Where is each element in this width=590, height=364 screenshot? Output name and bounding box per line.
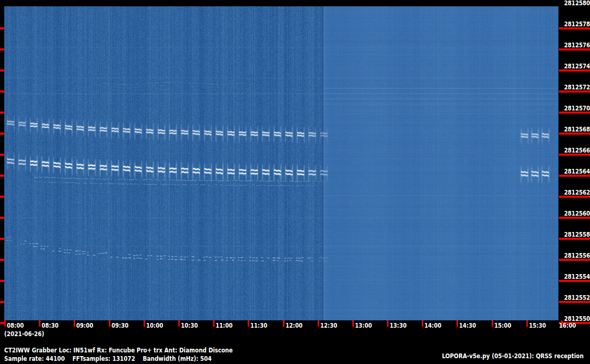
station-info-line: CT2IWW Grabber Loc: IN51wf Rx: Funcube P… <box>4 346 233 354</box>
freq-tick-mark <box>0 280 4 282</box>
time-tick-mark <box>318 320 319 327</box>
freq-tick-label: 28125580 <box>564 231 588 238</box>
time-tick-label: 12:00 <box>286 322 302 329</box>
freq-tick-bar <box>559 90 590 93</box>
time-tick-mark <box>213 320 215 327</box>
time-tick-mark <box>178 320 180 327</box>
freq-tick-bar <box>559 133 590 135</box>
time-tick-label: 11:30 <box>250 322 267 329</box>
freq-tick-bar <box>559 154 590 156</box>
freq-tick-mark <box>0 27 4 29</box>
software-info-line: LOPORA-v5e.py (05-01-2021): QRSS recepti… <box>442 352 584 360</box>
time-tick-mark <box>4 320 6 327</box>
time-tick-label: 12:30 <box>320 322 337 329</box>
freq-tick-label: 28125560 <box>564 252 588 259</box>
time-tick-mark <box>248 320 249 327</box>
qrss-grabber-screen: 2812580028125780281257602812574028125720… <box>0 0 590 364</box>
freq-tick-mark <box>0 133 4 135</box>
freq-tick-label: 28125740 <box>564 63 588 69</box>
freq-tick-label: 28125760 <box>564 42 588 48</box>
freq-tick-bar <box>559 48 590 50</box>
time-tick-label: 08:00 <box>7 322 24 329</box>
time-tick-mark <box>456 320 458 327</box>
freq-tick-bar <box>559 259 590 261</box>
freq-tick-mark <box>0 217 4 219</box>
freq-tick-mark <box>0 48 4 50</box>
time-tick-mark <box>526 320 528 327</box>
freq-tick-label: 28125700 <box>564 105 588 112</box>
date-label: (2021-06-26) <box>4 330 44 338</box>
freq-tick-mark <box>0 69 4 72</box>
freq-tick-bar <box>559 196 590 198</box>
freq-tick-mark <box>0 154 4 156</box>
freq-tick-bar <box>559 175 590 177</box>
freq-tick-mark <box>0 238 4 240</box>
freq-tick-label: 28125540 <box>564 273 588 280</box>
time-tick-mark <box>352 320 354 327</box>
freq-tick-label: 28125640 <box>564 168 588 175</box>
time-tick-mark <box>422 320 423 327</box>
receiver-settings-line: Sample rate: 44100 FFTsamples: 131072 Ba… <box>4 355 212 362</box>
freq-tick-label: 28125780 <box>564 21 588 27</box>
spectrogram-canvas <box>4 6 558 320</box>
freq-tick-bar <box>559 280 590 282</box>
freq-tick-label: 28125660 <box>564 147 588 154</box>
freq-tick-mark <box>0 259 4 261</box>
freq-tick-mark <box>0 322 4 324</box>
freq-tick-mark <box>0 175 4 177</box>
time-tick-label: 10:30 <box>181 322 198 329</box>
freq-tick-label: 28125680 <box>564 126 588 133</box>
time-tick-mark <box>109 320 110 327</box>
time-tick-label: 14:00 <box>424 322 441 329</box>
time-tick-mark <box>283 320 284 327</box>
time-tick-label: 14:30 <box>459 322 476 329</box>
time-tick-label: 09:00 <box>76 322 93 329</box>
time-tick-label: 15:30 <box>529 322 546 329</box>
freq-tick-mark <box>0 196 4 198</box>
time-tick-mark <box>74 320 75 327</box>
freq-tick-bar <box>559 217 590 219</box>
time-tick-label: 09:30 <box>111 322 128 329</box>
time-tick-label: 16:00 <box>559 322 576 329</box>
time-tick-mark <box>144 320 145 327</box>
freq-tick-mark <box>0 301 4 303</box>
time-tick-label: 10:00 <box>146 322 163 329</box>
freq-tick-mark <box>0 112 4 114</box>
freq-tick-label: 28125620 <box>564 189 588 196</box>
time-tick-label: 13:00 <box>355 322 372 329</box>
freq-tick-bar <box>559 112 590 114</box>
freq-tick-mark <box>0 90 4 93</box>
freq-tick-bar <box>559 27 590 29</box>
time-tick-label: 11:00 <box>216 322 232 329</box>
time-tick-mark <box>492 320 493 327</box>
time-tick-label: 08:30 <box>42 322 58 329</box>
freq-tick-bar <box>559 301 590 303</box>
time-tick-label: 13:30 <box>390 322 406 329</box>
freq-tick-bar <box>559 69 590 72</box>
freq-tick-label: 28125720 <box>564 84 588 90</box>
freq-tick-label: 28125520 <box>564 294 588 301</box>
freq-tick-label: 28125800 <box>564 0 588 6</box>
time-tick-mark <box>387 320 389 327</box>
time-tick-mark <box>39 320 40 327</box>
time-tick-label: 15:00 <box>494 322 511 329</box>
freq-tick-bar <box>559 238 590 240</box>
freq-tick-label: 28125600 <box>564 210 588 217</box>
